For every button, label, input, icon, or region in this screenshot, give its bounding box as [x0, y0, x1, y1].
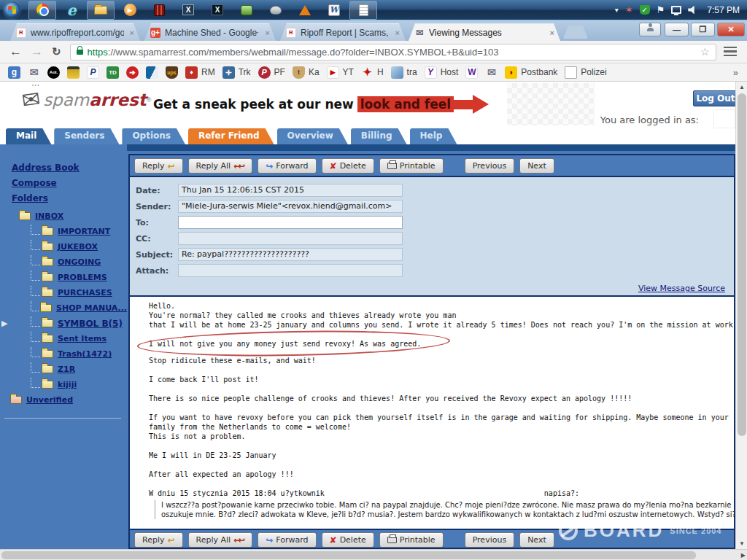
tab-machine-shed[interactable]: g+ Machine Shed - Google+ ×: [144, 23, 276, 41]
sidebar-link-address-book[interactable]: Address Book: [12, 163, 127, 173]
antivirus-shield-icon[interactable]: ✓: [640, 5, 650, 15]
printable-button[interactable]: Printable: [379, 158, 444, 174]
taskbar-app-green[interactable]: [233, 1, 260, 20]
minimize-button[interactable]: —: [665, 23, 689, 36]
delete-button[interactable]: ✘Delete: [322, 532, 374, 548]
bookmark-spamarrest2[interactable]: ✉: [485, 66, 498, 79]
bookmark-polizei[interactable]: Polizei: [565, 66, 606, 79]
vertical-scrollbar[interactable]: ▲ ▼: [735, 82, 747, 549]
bookmark-rm[interactable]: ♦RM: [185, 66, 215, 79]
previous-button[interactable]: Previous: [465, 532, 515, 548]
spamarrest-logo[interactable]: ''' ✉ spamarrest®: [22, 89, 151, 111]
tab-close-icon[interactable]: ×: [266, 28, 270, 37]
taskbar-app-saver[interactable]: [262, 1, 290, 20]
start-button[interactable]: [4, 1, 20, 18]
taskbar-app-x2[interactable]: X: [204, 1, 231, 20]
clock[interactable]: 7:57 PM: [707, 5, 740, 15]
forward-icon[interactable]: →: [31, 44, 43, 59]
scroll-right-icon[interactable]: ▶: [741, 550, 746, 560]
bookmark-star-icon[interactable]: ☆: [700, 46, 710, 58]
tab-close-icon[interactable]: ×: [550, 28, 554, 37]
action-center-flag-icon[interactable]: ⚑: [657, 4, 665, 15]
next-button[interactable]: Next: [519, 532, 554, 548]
taskbar-vlc[interactable]: [291, 1, 319, 20]
tab-billing[interactable]: Billing: [351, 128, 407, 144]
bookmark-ups[interactable]: ups: [166, 66, 178, 79]
bookmark-h[interactable]: ✦H: [361, 66, 384, 79]
bookmark-yt[interactable]: ▶YT: [327, 66, 354, 79]
reply-button[interactable]: Reply↩: [134, 532, 183, 548]
tab-senders[interactable]: Senders: [54, 128, 119, 144]
tab-refer-friend[interactable]: Refer Friend: [188, 128, 274, 144]
volume-icon[interactable]: [688, 6, 697, 15]
tab-options[interactable]: Options: [122, 128, 185, 144]
tab-viewing-messages[interactable]: ✉ Viewing Messages ×: [409, 23, 560, 41]
vertical-scroll-thumb[interactable]: [738, 93, 746, 436]
sidebar-link-compose[interactable]: Compose: [12, 178, 127, 188]
bookmark-usps[interactable]: [146, 66, 158, 79]
tab-ripoffreport-url[interactable]: R www.ripoffreport.com/go ×: [10, 23, 140, 41]
back-icon[interactable]: ←: [9, 44, 22, 59]
bookmark-spamarrest[interactable]: ✉: [28, 66, 40, 79]
forward-button[interactable]: ↪Forward: [258, 158, 316, 174]
bookmark-webs[interactable]: W: [465, 66, 478, 79]
reply-all-button[interactable]: Reply All↩↩: [188, 158, 253, 174]
folder-purchases[interactable]: PURCHASES: [0, 285, 127, 300]
close-button[interactable]: ✕: [717, 23, 745, 36]
network-icon[interactable]: [671, 6, 681, 14]
taskbar-chrome[interactable]: [28, 1, 56, 20]
folder-problems[interactable]: PROBLEMS: [0, 270, 127, 285]
bookmark-td[interactable]: TD: [107, 66, 119, 79]
bookmark-ka[interactable]: tKa: [293, 66, 320, 79]
scroll-up-icon[interactable]: ▲: [736, 82, 747, 93]
folder-kijiji[interactable]: kijiji: [0, 377, 127, 392]
bookmark-staples[interactable]: ➔: [126, 66, 139, 79]
folder-shop-manuals[interactable]: SHOP MANUA...: [0, 300, 127, 316]
delete-button[interactable]: ✘Delete: [322, 158, 374, 174]
taskbar-explorer[interactable]: [87, 1, 115, 20]
bookmarks-overflow-icon[interactable]: »: [733, 67, 738, 78]
reload-icon[interactable]: ↻: [52, 45, 61, 58]
tray-app-icon[interactable]: ✶: [625, 4, 633, 15]
omnibox[interactable]: https ://www.spamarrest.com/members/webm…: [70, 44, 716, 61]
tab-close-icon[interactable]: ×: [130, 28, 134, 37]
bookmark-host[interactable]: YHost: [425, 66, 459, 79]
tray-expand-icon[interactable]: ▾: [615, 6, 619, 14]
horizontal-scrollbar[interactable]: ▶: [0, 549, 747, 560]
taskbar-word[interactable]: W: [320, 1, 348, 20]
folder-jukebox[interactable]: JUKEBOX: [0, 239, 127, 254]
bookmark-paypal[interactable]: P: [87, 66, 99, 79]
taskbar-media-player[interactable]: ▶: [116, 1, 144, 20]
printable-button[interactable]: Printable: [379, 532, 444, 548]
tab-mail[interactable]: Mail: [6, 128, 51, 144]
taskbar-ie[interactable]: e: [58, 1, 85, 20]
folder-trash[interactable]: Trash(1472): [0, 346, 127, 362]
tab-help[interactable]: Help: [410, 128, 457, 144]
taskbar-app-x1[interactable]: X: [174, 1, 202, 20]
tab-overview[interactable]: Overview: [277, 128, 348, 144]
bookmark-postbank[interactable]: ◗Postbank: [505, 66, 557, 79]
view-message-source-link[interactable]: View Message Source: [638, 284, 725, 293]
scroll-down-icon[interactable]: ▼: [736, 538, 747, 549]
bookmark-tra[interactable]: tra: [391, 66, 417, 79]
maximize-button[interactable]: ❐: [691, 23, 715, 36]
tab-close-icon[interactable]: ×: [395, 28, 400, 37]
logout-button[interactable]: Log Out: [693, 90, 738, 106]
profile-button[interactable]: [639, 23, 661, 36]
folder-unverified[interactable]: Unverified: [0, 392, 127, 408]
bookmark-trk[interactable]: ✛Trk: [222, 66, 251, 79]
previous-button[interactable]: Previous: [465, 158, 515, 174]
sneak-peek-banner[interactable]: Get a sneak peek at our new look and fee…: [153, 95, 489, 114]
folder-z1r[interactable]: Z1R: [0, 362, 127, 377]
folder-inbox[interactable]: INBOX: [0, 209, 127, 224]
reply-button[interactable]: Reply↩: [134, 158, 183, 174]
folder-symbol-b[interactable]: SYMBOL B(5): [0, 316, 127, 331]
taskbar-notepad[interactable]: [349, 1, 377, 20]
horizontal-scroll-thumb[interactable]: [1, 551, 696, 559]
new-tab-button[interactable]: [563, 26, 588, 39]
sidebar-link-folders[interactable]: Folders: [12, 193, 127, 203]
menu-icon[interactable]: [724, 47, 737, 57]
bookmark-pf[interactable]: PPF: [258, 66, 285, 79]
taskbar-app-red[interactable]: [145, 1, 173, 20]
folder-sent-items[interactable]: Sent Items: [0, 331, 127, 346]
